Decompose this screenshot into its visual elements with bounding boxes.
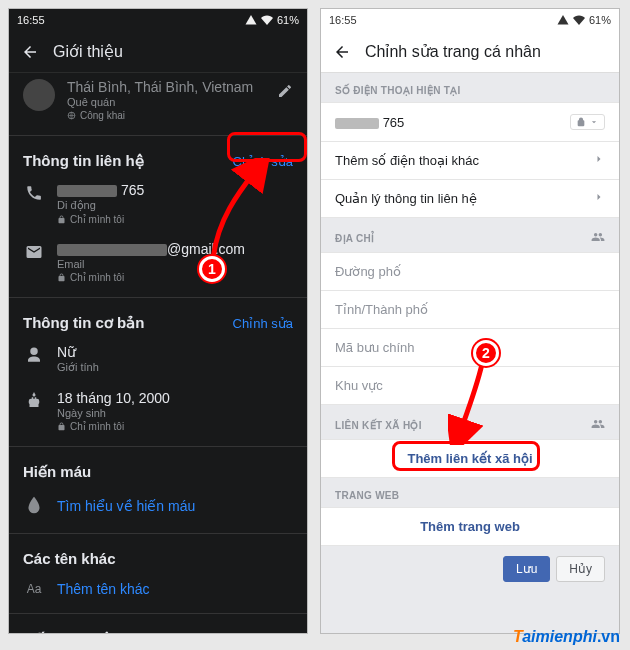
- birthday-value: 18 tháng 10, 2000: [57, 390, 293, 406]
- right-screenshot: 16:55 61% Chỉnh sửa trang cá nhân SỐ ĐIỆ…: [320, 8, 620, 634]
- lock-icon: [57, 215, 66, 224]
- globe-icon: [67, 111, 76, 120]
- phone-value: 765: [57, 182, 293, 198]
- edit-pencil-icon[interactable]: [277, 83, 293, 102]
- watermark: Taimienphi.vn: [513, 628, 620, 646]
- hometown-value: Thái Bình, Thái Bình, Vietnam: [67, 79, 293, 95]
- save-button[interactable]: Lưu: [503, 556, 550, 582]
- region-row[interactable]: Khu vực: [321, 367, 619, 405]
- person-icon: [23, 344, 45, 366]
- blood-title: Hiến máu: [23, 463, 91, 481]
- basic-title: Thông tin cơ bản: [23, 314, 144, 332]
- page-title: Giới thiệu: [53, 42, 123, 61]
- basic-section-header: Thông tin cơ bản Chỉnh sửa: [9, 304, 307, 336]
- blood-link[interactable]: Tìm hiểu về hiến máu: [9, 485, 307, 527]
- address-section-label: ĐỊA CHỈ: [321, 218, 619, 252]
- lock-icon: [576, 117, 586, 127]
- phone-icon: [23, 182, 45, 204]
- back-icon[interactable]: [21, 43, 39, 61]
- action-buttons: Lưu Hủy: [321, 546, 619, 592]
- othernames-link[interactable]: Aa Thêm tên khác: [9, 571, 307, 607]
- manage-contact-row[interactable]: Quản lý thông tin liên hệ: [321, 180, 619, 218]
- gender-value: Nữ: [57, 344, 293, 360]
- email-label: Email: [57, 258, 293, 270]
- email-value: @gmail.com: [57, 241, 293, 257]
- phone-row: 765 Di động Chỉ mình tôi: [9, 174, 307, 233]
- status-bar-right: 16:55 61%: [321, 9, 619, 31]
- add-social-link[interactable]: Thêm liên kết xã hội: [321, 439, 619, 478]
- battery-percent-r: 61%: [589, 14, 611, 26]
- current-phone-row[interactable]: 765: [321, 102, 619, 142]
- social-section-label: LIÊN KẾT XÃ HỘI: [321, 405, 619, 439]
- birthday-row: 18 tháng 10, 2000 Ngày sinh Chỉ mình tôi: [9, 382, 307, 440]
- email-row: @gmail.com Email Chỉ mình tôi: [9, 233, 307, 291]
- hometown-label: Quê quán: [67, 96, 293, 108]
- email-privacy: Chỉ mình tôi: [57, 272, 293, 283]
- lock-icon: [57, 422, 66, 431]
- blood-icon: [23, 495, 45, 517]
- gender-row: Nữ Giới tính: [9, 336, 307, 382]
- contact-edit-button[interactable]: Chỉnh sửa: [233, 154, 293, 169]
- othernames-title: Các tên khác: [23, 550, 116, 567]
- cancel-button[interactable]: Hủy: [556, 556, 605, 582]
- birthday-privacy: Chỉ mình tôi: [57, 421, 293, 432]
- phone-privacy: Chỉ mình tôi: [57, 214, 293, 225]
- left-header: Giới thiệu: [9, 31, 307, 73]
- street-row[interactable]: Đường phố: [321, 252, 619, 291]
- chevron-right-icon: [593, 191, 605, 206]
- friends-privacy-icon[interactable]: [591, 417, 605, 433]
- avatar: [23, 79, 55, 111]
- email-icon: [23, 241, 45, 263]
- hometown-privacy: Công khai: [67, 110, 293, 121]
- status-time: 16:55: [17, 14, 45, 26]
- right-header: Chỉnh sửa trang cá nhân: [321, 31, 619, 73]
- basic-edit-button[interactable]: Chỉnh sửa: [233, 316, 293, 331]
- web-section-label: TRANG WEB: [321, 478, 619, 507]
- birthday-label: Ngày sinh: [57, 407, 293, 419]
- zip-row[interactable]: Mã bưu chính: [321, 329, 619, 367]
- cake-icon: [23, 390, 45, 412]
- add-web-link[interactable]: Thêm trang web: [321, 507, 619, 546]
- phone-section-label: SỐ ĐIỆN THOẠI HIỆN TẠI: [321, 73, 619, 102]
- status-time-r: 16:55: [329, 14, 357, 26]
- relationship-title: Mối quan hệ: [23, 630, 111, 634]
- aa-icon: Aa: [23, 582, 45, 596]
- contact-title: Thông tin liên hệ: [23, 152, 144, 170]
- caret-down-icon: [589, 117, 599, 127]
- city-row[interactable]: Tỉnh/Thành phố: [321, 291, 619, 329]
- status-icons-r: 61%: [557, 14, 611, 26]
- contact-section-header: Thông tin liên hệ Chỉnh sửa: [9, 142, 307, 174]
- page-title-r: Chỉnh sửa trang cá nhân: [365, 42, 541, 61]
- current-phone-value: 765: [335, 115, 404, 130]
- battery-percent: 61%: [277, 14, 299, 26]
- chevron-right-icon: [593, 153, 605, 168]
- phone-label: Di động: [57, 199, 293, 212]
- add-phone-row[interactable]: Thêm số điện thoại khác: [321, 142, 619, 180]
- lock-icon: [57, 273, 66, 282]
- friends-privacy-icon[interactable]: [591, 230, 605, 246]
- left-screenshot: 16:55 61% Giới thiệu Thái Bình, Thái Bìn…: [8, 8, 308, 634]
- privacy-selector[interactable]: [570, 114, 605, 130]
- back-icon-r[interactable]: [333, 43, 351, 61]
- blood-section-header: Hiến máu: [9, 453, 307, 485]
- status-bar: 16:55 61%: [9, 9, 307, 31]
- gender-label: Giới tính: [57, 361, 293, 374]
- relationship-section-header: Mối quan hệ: [9, 620, 307, 634]
- hometown-row: Thái Bình, Thái Bình, Vietnam Quê quán C…: [9, 73, 307, 129]
- status-icons: 61%: [245, 14, 299, 26]
- othernames-section-header: Các tên khác: [9, 540, 307, 571]
